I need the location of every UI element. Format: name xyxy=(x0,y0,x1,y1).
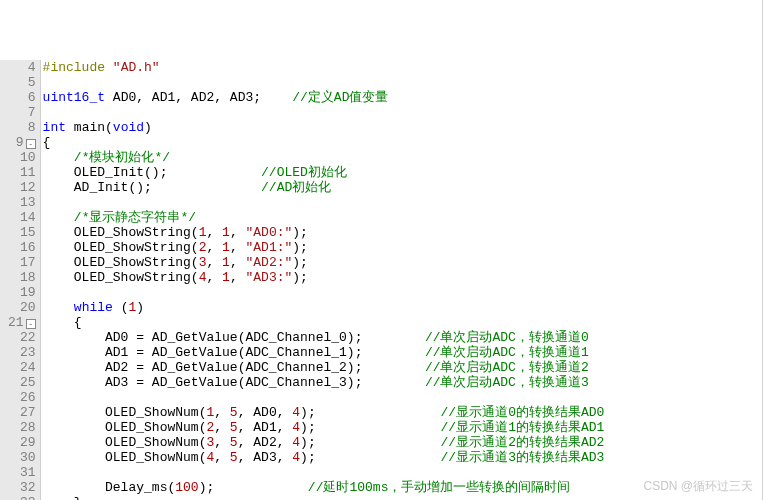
code-line[interactable]: OLED_ShowString(1, 1, "AD0:"); xyxy=(43,225,763,240)
code-line[interactable]: OLED_ShowString(2, 1, "AD1:"); xyxy=(43,240,763,255)
code-line[interactable] xyxy=(43,75,763,90)
line-number: 10 xyxy=(8,150,36,165)
code-line[interactable] xyxy=(43,105,763,120)
code-line[interactable]: { xyxy=(43,135,763,150)
line-number: 22 xyxy=(8,330,36,345)
code-line[interactable]: AD3 = AD_GetValue(ADC_Channel_3); //单次启动… xyxy=(43,375,763,390)
code-line[interactable]: OLED_ShowNum(3, 5, AD2, 4); //显示通道2的转换结果… xyxy=(43,435,763,450)
code-line[interactable]: int main(void) xyxy=(43,120,763,135)
code-line[interactable]: OLED_ShowNum(1, 5, AD0, 4); //显示通道0的转换结果… xyxy=(43,405,763,420)
line-number: 24 xyxy=(8,360,36,375)
code-line[interactable]: while (1) xyxy=(43,300,763,315)
code-line[interactable]: /*模块初始化*/ xyxy=(43,150,763,165)
line-number: 29 xyxy=(8,435,36,450)
line-number: 5 xyxy=(8,75,36,90)
code-area[interactable]: #include "AD.h" uint16_t AD0, AD1, AD2, … xyxy=(41,60,763,500)
code-line[interactable]: AD0 = AD_GetValue(ADC_Channel_0); //单次启动… xyxy=(43,330,763,345)
line-number: 6 xyxy=(8,90,36,105)
code-line[interactable] xyxy=(43,285,763,300)
code-line[interactable] xyxy=(43,195,763,210)
line-number: 14 xyxy=(8,210,36,225)
line-number: 26 xyxy=(8,390,36,405)
code-line[interactable]: } xyxy=(43,495,763,500)
code-line[interactable]: OLED_Init(); //OLED初始化 xyxy=(43,165,763,180)
code-line[interactable]: OLED_ShowNum(2, 5, AD1, 4); //显示通道1的转换结果… xyxy=(43,420,763,435)
code-line[interactable] xyxy=(43,465,763,480)
line-number: 25 xyxy=(8,375,36,390)
code-line[interactable]: #include "AD.h" xyxy=(43,60,763,75)
code-line[interactable]: /*显示静态字符串*/ xyxy=(43,210,763,225)
line-number: 27 xyxy=(8,405,36,420)
line-number: 12 xyxy=(8,180,36,195)
line-number: 15 xyxy=(8,225,36,240)
code-line[interactable] xyxy=(43,390,763,405)
line-number: 32 xyxy=(8,480,36,495)
watermark: CSDN @循环过三天 xyxy=(643,479,753,494)
line-number-gutter: 456789-101112131415161718192021-22232425… xyxy=(0,60,41,500)
line-number: 4 xyxy=(8,60,36,75)
line-number: 33 xyxy=(8,495,36,500)
code-editor[interactable]: 456789-101112131415161718192021-22232425… xyxy=(0,60,763,500)
line-number: 8 xyxy=(8,120,36,135)
code-line[interactable]: AD1 = AD_GetValue(ADC_Channel_1); //单次启动… xyxy=(43,345,763,360)
line-number: 18 xyxy=(8,270,36,285)
code-line[interactable]: AD2 = AD_GetValue(ADC_Channel_2); //单次启动… xyxy=(43,360,763,375)
line-number: 21- xyxy=(8,315,36,330)
line-number: 13 xyxy=(8,195,36,210)
code-line[interactable]: OLED_ShowNum(4, 5, AD3, 4); //显示通道3的转换结果… xyxy=(43,450,763,465)
line-number: 23 xyxy=(8,345,36,360)
code-line[interactable]: AD_Init(); //AD初始化 xyxy=(43,180,763,195)
line-number: 9- xyxy=(8,135,36,150)
code-line[interactable]: { xyxy=(43,315,763,330)
fold-toggle-icon[interactable]: - xyxy=(26,139,36,149)
line-number: 31 xyxy=(8,465,36,480)
line-number: 20 xyxy=(8,300,36,315)
code-line[interactable]: OLED_ShowString(3, 1, "AD2:"); xyxy=(43,255,763,270)
line-number: 11 xyxy=(8,165,36,180)
line-number: 30 xyxy=(8,450,36,465)
code-line[interactable]: OLED_ShowString(4, 1, "AD3:"); xyxy=(43,270,763,285)
line-number: 7 xyxy=(8,105,36,120)
line-number: 19 xyxy=(8,285,36,300)
line-number: 28 xyxy=(8,420,36,435)
line-number: 17 xyxy=(8,255,36,270)
code-line[interactable]: uint16_t AD0, AD1, AD2, AD3; //定义AD值变量 xyxy=(43,90,763,105)
line-number: 16 xyxy=(8,240,36,255)
fold-toggle-icon[interactable]: - xyxy=(26,319,36,329)
